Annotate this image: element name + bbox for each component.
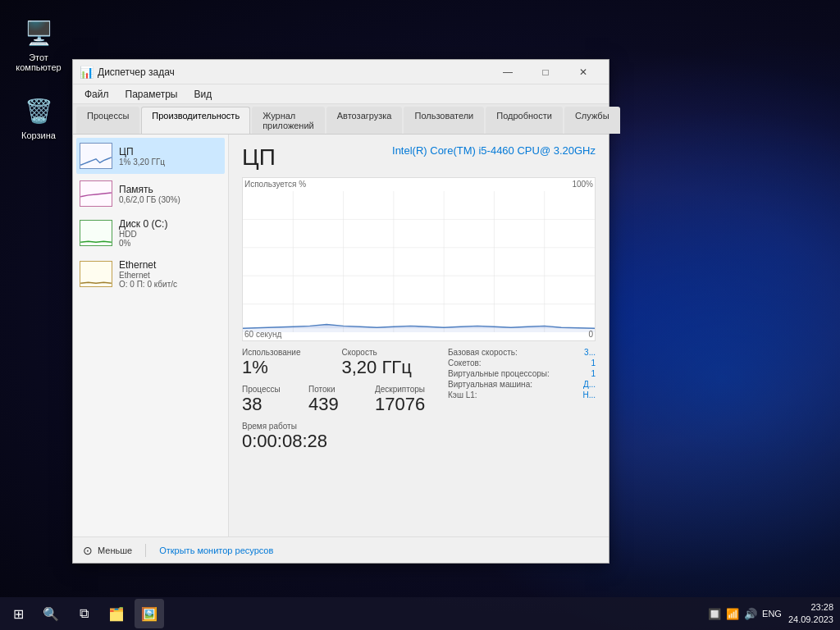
- graph-grid-lines: [243, 191, 595, 332]
- sidebar: ЦП 1% 3,20 ГГц Память 0,6/2,0 ГБ (30%): [73, 135, 229, 536]
- cpu-item-info: ЦП 1% 3,20 ГГц: [119, 146, 165, 167]
- sidebar-item-memory[interactable]: Память 0,6/2,0 ГБ (30%): [76, 176, 225, 212]
- menu-params[interactable]: Параметры: [117, 87, 186, 102]
- tray-network-icon: 🔲: [708, 608, 721, 620]
- minimize-button[interactable]: —: [489, 60, 527, 84]
- graph-label-60sec: 60 секунд: [244, 330, 281, 339]
- sockets-label: Сокетов:: [448, 358, 579, 368]
- panel-title: ЦП: [242, 144, 276, 171]
- window-bottom-bar: ⊙ Меньше Открыть монитор ресурсов: [73, 536, 609, 563]
- cache-l1-label: Кэш L1:: [448, 390, 579, 399]
- menu-view[interactable]: Вид: [185, 87, 220, 102]
- memory-color-indicator: [80, 180, 112, 207]
- taskbar-left: ⊞ 🔍 ⧉ 🗂️ 🖼️: [0, 599, 164, 628]
- tab-performance[interactable]: Производительность: [141, 107, 250, 134]
- speed-label: Скорость: [342, 348, 436, 357]
- cpu-color-indicator: [80, 143, 112, 169]
- graph-label-usage: Используется %: [244, 180, 306, 189]
- handles-label: Дескрипторы: [375, 385, 435, 394]
- ethernet-item-detail2: О: 0 П: 0 кбит/с: [119, 280, 177, 289]
- uptime-block: Время работы 0:00:08:28: [242, 422, 435, 452]
- info-panel: Базовая скорость: 3... Сокетов: 1 Виртуа…: [448, 348, 596, 452]
- taskview-button[interactable]: ⧉: [69, 599, 98, 628]
- uptime-label: Время работы: [242, 422, 435, 431]
- recycle-icon: 🗑️: [22, 94, 55, 127]
- tab-services[interactable]: Службы: [564, 107, 620, 134]
- start-button[interactable]: ⊞: [3, 599, 33, 628]
- sidebar-item-disk[interactable]: Диск 0 (C:) HDD 0%: [76, 213, 225, 253]
- handles-value: 17076: [375, 394, 435, 415]
- file-explorer-button[interactable]: 🗂️: [102, 599, 131, 628]
- maximize-button[interactable]: □: [527, 60, 564, 84]
- ethernet-item-name: Ethernet: [119, 259, 177, 271]
- window-title: Диспетчер задач: [98, 66, 489, 78]
- tab-details[interactable]: Подробности: [486, 107, 563, 134]
- tabs-bar: Процессы Производительность Журнал прило…: [73, 104, 609, 135]
- cpu-graph-container: Используется % 100%: [242, 177, 596, 341]
- less-button[interactable]: ⊙ Меньше: [83, 544, 132, 557]
- processes-value: 38: [242, 394, 302, 415]
- taskbar-right: 🔲 📶 🔊 ENG 23:28 24.09.2023: [708, 601, 840, 627]
- processes-label: Процессы: [242, 385, 302, 394]
- speed-block: Скорость 3,20 ГГц: [342, 348, 436, 378]
- usage-label: Использование: [242, 348, 336, 357]
- less-icon: ⊙: [83, 544, 93, 557]
- graph-label-0: 0: [588, 330, 593, 339]
- close-button[interactable]: ✕: [564, 60, 602, 84]
- disk-item-detail3: 0%: [119, 239, 167, 248]
- disk-color-indicator: [80, 220, 112, 246]
- panel-subtitle: Intel(R) Core(TM) i5-4460 CPU@ 3.20GHz: [392, 144, 596, 157]
- desktop-icon-recycle[interactable]: 🗑️ Корзина: [10, 90, 67, 144]
- processes-block: Процессы 38: [242, 385, 302, 415]
- app-icon: 📊: [80, 66, 93, 79]
- cpu-item-name: ЦП: [119, 146, 165, 158]
- usage-speed-row: Использование 1% Скорость 3,20 ГГц: [242, 348, 435, 378]
- tray-icons: 🔲 📶 🔊 ENG: [708, 608, 782, 620]
- monitor-link[interactable]: Открыть монитор ресурсов: [159, 546, 273, 555]
- tab-processes[interactable]: Процессы: [76, 107, 139, 134]
- thispc-label: Этот компьютер: [16, 52, 61, 72]
- sidebar-item-cpu[interactable]: ЦП 1% 3,20 ГГц: [76, 138, 225, 174]
- taskbar-clock[interactable]: 23:28 24.09.2023: [788, 601, 833, 627]
- sidebar-item-ethernet[interactable]: Ethernet Ethernet О: 0 П: 0 кбит/с: [76, 254, 225, 294]
- base-speed-value: 3...: [582, 348, 596, 357]
- tab-app-history[interactable]: Журнал приложений: [252, 107, 325, 134]
- memory-item-detail: 0,6/2,0 ГБ (30%): [119, 195, 180, 204]
- tray-lang[interactable]: ENG: [762, 609, 782, 619]
- proc-threads-handles-row: Процессы 38 Потоки 439 Дескрипторы 17076: [242, 385, 435, 415]
- window-controls: — □ ✕: [489, 60, 602, 84]
- ethernet-item-detail: Ethernet: [119, 271, 177, 280]
- clock-time: 23:28: [788, 601, 833, 614]
- tray-sound-icon: 🔊: [744, 608, 757, 620]
- taskbar: ⊞ 🔍 ⧉ 🗂️ 🖼️ 🔲 📶 🔊 ENG 23:28 24.09.2023: [0, 597, 840, 630]
- desktop: 🖥️ Этот компьютер 🗑️ Корзина 📊 Диспетчер…: [0, 0, 840, 630]
- thispc-icon: 🖥️: [22, 16, 55, 49]
- less-label: Меньше: [98, 546, 132, 555]
- usage-value: 1%: [242, 357, 336, 378]
- graph-label-100: 100%: [572, 180, 593, 189]
- handles-block: Дескрипторы 17076: [375, 385, 435, 415]
- info-grid: Базовая скорость: 3... Сокетов: 1 Виртуа…: [448, 348, 596, 399]
- stats-section: Использование 1% Скорость 3,20 ГГц Проце…: [242, 348, 596, 452]
- menu-file[interactable]: Файл: [76, 87, 117, 102]
- tab-users[interactable]: Пользователи: [404, 107, 484, 134]
- recycle-label: Корзина: [21, 130, 56, 140]
- ethernet-color-indicator: [80, 261, 112, 287]
- task-manager-taskbar-btn[interactable]: 🖼️: [135, 599, 164, 628]
- desktop-icon-thispc[interactable]: 🖥️ Этот компьютер: [10, 12, 67, 76]
- usage-block: Использование 1%: [242, 348, 336, 378]
- main-panel: ЦП Intel(R) Core(TM) i5-4460 CPU@ 3.20GH…: [229, 135, 609, 536]
- virtual-machine-value: Д...: [582, 380, 596, 389]
- search-button[interactable]: 🔍: [36, 599, 66, 628]
- base-speed-label: Базовая скорость:: [448, 348, 579, 357]
- bottom-separator: [145, 544, 146, 557]
- tray-wifi-icon: 📶: [726, 608, 739, 620]
- virtual-machine-label: Виртуальная машина:: [448, 380, 579, 389]
- threads-value: 439: [308, 394, 368, 415]
- virtual-proc-value: 1: [582, 369, 596, 378]
- uptime-value: 0:00:08:28: [242, 431, 435, 452]
- disk-item-name: Диск 0 (C:): [119, 218, 167, 230]
- tab-startup[interactable]: Автозагрузка: [326, 107, 403, 134]
- cache-l1-value: Н...: [582, 390, 596, 399]
- cpu-item-detail: 1% 3,20 ГГц: [119, 158, 165, 167]
